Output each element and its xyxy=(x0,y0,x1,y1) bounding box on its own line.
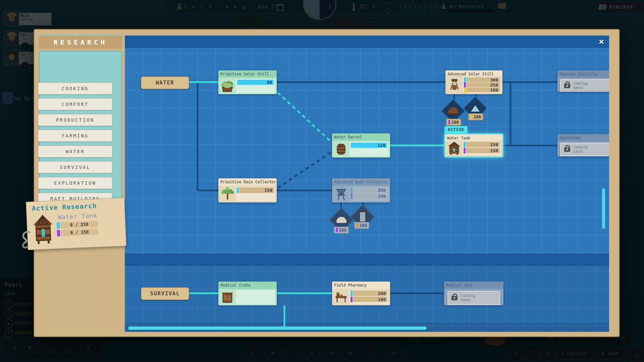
research-cost: 150 xyxy=(466,148,500,153)
node-title: Hydrofeed xyxy=(557,134,609,141)
active-research-heading: Active Research xyxy=(32,202,97,212)
node-field-pharmacy[interactable]: Field Pharmacy 200 100 xyxy=(332,282,390,305)
vertical-scrollbar[interactable] xyxy=(602,188,605,229)
node-title: Advanced Rain Collector xyxy=(332,178,390,186)
node-water-barrel[interactable]: Water Barrel 120 xyxy=(332,133,390,158)
game-screen: 2 ❀ ✂ ⚒ ♨ ✚ ◆ ▲ Day 7 ☀ ☽ ▮▮ ▶ ▶▶ ▶▶▶ 21… xyxy=(0,0,644,362)
research-cost: 350 xyxy=(353,187,387,193)
research-cost: 120 xyxy=(351,142,387,148)
rain-collector-icon xyxy=(220,187,234,201)
research-cost: 300 xyxy=(466,77,500,82)
node-title: Advanced Solar Still xyxy=(445,70,502,76)
barrel-icon xyxy=(334,142,348,156)
coming-soon-overlay: Coming Soon xyxy=(560,79,609,92)
tab-production[interactable]: PRODUCTION xyxy=(38,114,112,126)
water-tank-icon xyxy=(447,141,461,155)
pharmacy-table-icon xyxy=(334,290,348,304)
lock-icon xyxy=(564,147,570,152)
node-title: Primitive Solar Still xyxy=(218,70,277,78)
node-primitive-rain-collector[interactable]: Primitive Rain Collector 150 xyxy=(218,178,277,202)
close-button[interactable]: × xyxy=(596,36,607,47)
lock-icon xyxy=(451,296,458,300)
node-title: Water Barrel xyxy=(332,133,390,141)
lock-icon xyxy=(564,84,570,88)
crate-icon xyxy=(220,290,234,304)
tab-exploration[interactable]: EXPLORATION xyxy=(38,177,112,189)
coming-soon-overlay: Coming Soon xyxy=(560,143,609,156)
active-research-item: Water Tank xyxy=(58,212,98,221)
node-water-tank[interactable]: Water Tank 250 150 xyxy=(444,133,503,158)
research-cost: 250 xyxy=(466,142,500,147)
node-medical-bed[interactable]: Medical Bed Coming Soon xyxy=(444,282,503,305)
active-research-panel: Active Research Water Tank 0 / 250 0 / 1… xyxy=(26,198,126,250)
tab-cooking[interactable]: COOKING xyxy=(38,82,112,95)
tab-survival[interactable]: SURVIVAL xyxy=(38,161,112,173)
research-cost: 80 xyxy=(237,79,274,85)
research-cost: 250 xyxy=(466,82,500,87)
research-cost: 250 xyxy=(353,193,387,199)
research-cost: 100 xyxy=(353,297,387,302)
section-label-survival: SURVIVAL xyxy=(141,287,189,300)
node-advanced-rain-collector[interactable]: Advanced Rain Collector 350 250 xyxy=(332,178,390,202)
tab-water[interactable]: WATER xyxy=(38,145,112,158)
node-advanced-solar-still[interactable]: Advanced Solar Still 300 250 100 xyxy=(445,70,502,94)
item-cost-label: 100 xyxy=(334,227,349,234)
coming-soon-overlay: Coming Soon xyxy=(447,291,500,305)
solar-still-icon xyxy=(220,79,234,93)
node-medical-crate[interactable]: Medical Crate xyxy=(218,282,277,305)
research-dialog: RESEARCH COOKING COMFORT PRODUCTION FARM… xyxy=(34,29,620,337)
research-tree-canvas[interactable]: WATER SURVIVAL Primitive Solar Still 80 … xyxy=(125,36,609,332)
item-cost-label: 100 xyxy=(354,222,369,229)
node-title: Medical Crate xyxy=(218,282,277,289)
horizontal-scrollbar[interactable] xyxy=(128,326,427,330)
node-title: Field Pharmacy xyxy=(332,282,390,289)
dialog-title: RESEARCH xyxy=(39,35,122,49)
research-cost: 200 xyxy=(353,291,387,296)
node-thermal-distiller[interactable]: Thermal Distiller Coming Soon xyxy=(557,70,609,92)
item-cost-label: 100 xyxy=(446,119,461,126)
tab-comfort[interactable]: COMFORT xyxy=(38,98,112,110)
item-cost-label: 100 xyxy=(468,113,483,120)
node-title: Primitive Rain Collector xyxy=(218,178,277,186)
node-hydrofeed[interactable]: Hydrofeed Coming Soon xyxy=(557,134,609,157)
node-title: Thermal Distiller xyxy=(557,70,609,78)
research-cost: 100 xyxy=(466,87,500,92)
active-badge: ACTIVE xyxy=(444,126,468,133)
advanced-still-icon xyxy=(447,77,462,91)
tower-icon xyxy=(334,187,348,201)
active-progress-row: 0 / 250 xyxy=(60,221,98,229)
section-label-water: WATER xyxy=(141,76,189,89)
active-progress-row: 0 / 150 xyxy=(61,228,99,236)
clipboard-hook-icon xyxy=(19,230,37,250)
node-primitive-solar-still[interactable]: Primitive Solar Still 80 xyxy=(218,70,277,94)
node-title: Water Tank xyxy=(445,134,502,141)
node-title: Medical Bed xyxy=(444,282,503,289)
tab-farming[interactable]: FARMING xyxy=(38,130,112,142)
research-cost: 150 xyxy=(239,187,274,193)
